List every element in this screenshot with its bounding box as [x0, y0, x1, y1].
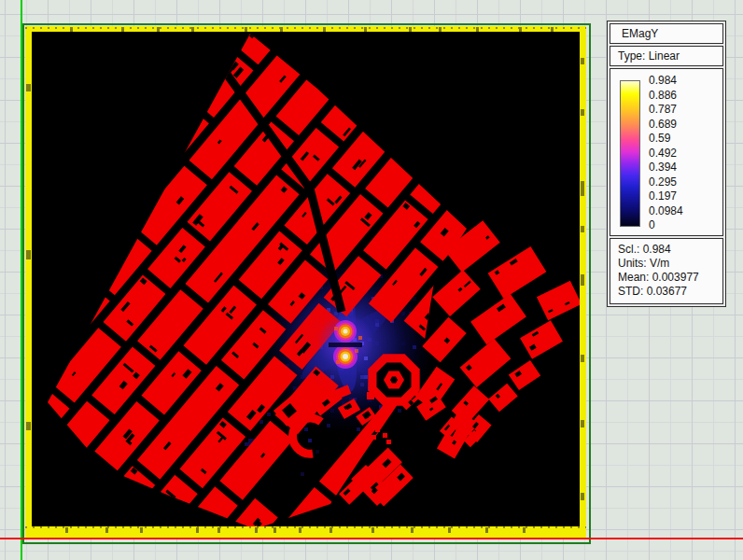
pml-tick [217, 527, 220, 533]
scale-value: 0.197 [649, 189, 723, 204]
app-canvas: EMagY Type: Linear 0.9840.8860.7870.6890… [0, 0, 743, 560]
pml-tick [26, 84, 31, 91]
pml-tick [485, 527, 488, 533]
pml-tick [581, 493, 584, 500]
pml-tick [299, 527, 301, 533]
scale-value: 0.492 [649, 147, 723, 161]
stat-std: STD: 0.03677 [618, 285, 719, 299]
x-axis-line [0, 538, 743, 539]
pml-tick [372, 527, 374, 533]
legend-stats-box: Scl.: 0.984 Units: V/m Mean: 0.003977 ST… [610, 238, 723, 304]
stat-mean: Mean: 0.003977 [618, 271, 719, 285]
pml-tick [581, 355, 584, 362]
pml-dashes-bottom [25, 526, 586, 528]
pml-tick [255, 527, 258, 533]
scale-value: 0.984 [649, 74, 723, 89]
pml-tick [523, 527, 526, 533]
city-field-svg [32, 32, 580, 526]
pml-tick [581, 420, 584, 427]
pml-tick [26, 250, 31, 259]
scale-value: 0.0984 [649, 204, 723, 219]
scale-value: 0.59 [649, 132, 723, 147]
legend-colorbar-box: 0.9840.8860.7870.6890.590.4920.3940.2950… [610, 68, 723, 236]
pml-tick [581, 58, 584, 64]
pml-tick [196, 527, 199, 533]
pml-tick [581, 226, 584, 232]
pml-tick [581, 109, 584, 116]
legend-panel: EMagY Type: Linear 0.9840.8860.7870.6890… [607, 21, 726, 307]
pml-tick [65, 527, 68, 533]
pml-tick [329, 527, 332, 533]
legend-title: EMagY [622, 27, 658, 40]
y-axis-line [21, 0, 22, 560]
pml-tick [581, 274, 584, 286]
scale-value: 0.787 [649, 103, 723, 118]
pml-tick [411, 527, 414, 533]
pml-dashes-top [25, 27, 586, 29]
scale-value: 0 [649, 218, 723, 233]
pml-tick [448, 527, 451, 533]
scale-value: 0.295 [649, 175, 723, 190]
pml-tick [273, 527, 276, 533]
scale-value: 0.394 [649, 161, 723, 175]
legend-type-label: Type: Linear [618, 49, 680, 63]
pml-tick [140, 527, 143, 533]
legend-type-box: Type: Linear [610, 46, 723, 66]
pml-tick [581, 181, 584, 196]
colorbar [620, 80, 640, 227]
pml-tick [105, 527, 108, 533]
legend-title-box: EMagY [610, 23, 723, 44]
pml-tick [26, 422, 31, 430]
field-hotspot [289, 287, 401, 399]
geometry-viewport[interactable] [32, 32, 580, 526]
stat-scl: Scl.: 0.984 [618, 243, 719, 257]
scale-value: 0.689 [649, 118, 723, 133]
stat-units: Units: V/m [618, 257, 719, 271]
scale-value: 0.886 [649, 89, 723, 104]
colorbar-labels: 0.9840.8860.7870.6890.590.4920.3940.2950… [649, 74, 723, 233]
